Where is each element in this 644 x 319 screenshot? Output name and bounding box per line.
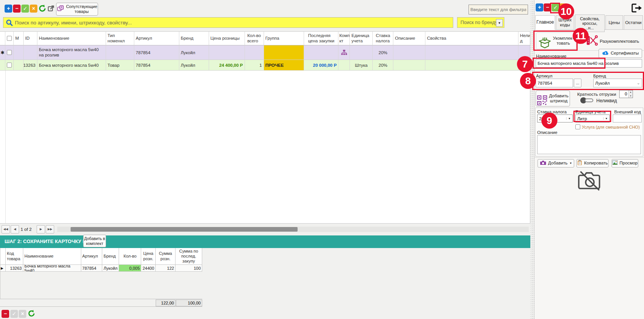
row2-id: 13263 [24, 60, 37, 71]
qr-code-icon [537, 90, 547, 106]
col-sku[interactable]: Артикул [134, 32, 179, 45]
card-add-button[interactable]: + [536, 3, 543, 11]
select-all-checkbox[interactable] [7, 36, 12, 41]
exit-icon[interactable] [631, 3, 642, 14]
step-badge-8: 8 [520, 73, 536, 89]
spin-down-icon[interactable]: ▼ [629, 94, 633, 98]
kit-remove-button[interactable]: − [2, 310, 9, 318]
sno-checkbox[interactable] [575, 124, 580, 129]
row2-qty: 1 [245, 60, 264, 71]
unit-combo[interactable]: Литр▼ [575, 114, 610, 122]
export-icon[interactable] [47, 5, 55, 14]
col-brand[interactable]: Бренд [179, 32, 209, 45]
row1-brand: Лукойл [179, 45, 209, 60]
pager-first-button[interactable]: ◀◀ [2, 225, 10, 234]
row2-sku: 787854 [134, 60, 179, 71]
chevron-down-icon[interactable]: ▼ [496, 19, 503, 27]
col-qty[interactable]: Кол-во всего [245, 32, 264, 45]
row2-name: Бочка моторного масла 5w40 [37, 60, 106, 71]
col-type[interactable]: Тип номенкл [106, 32, 134, 45]
related-products-button[interactable]: Сопутствующие товары [56, 3, 98, 16]
add-barcode-button[interactable]: Добавить штриход [536, 90, 570, 106]
row1-sku: 787854 [134, 45, 179, 60]
filter-input[interactable] [469, 5, 528, 14]
product-search-input[interactable]: Поиск по артикулу, имени, штрихкоду, сво… [3, 17, 453, 28]
photo-add-button[interactable]: Добавить ▼ [538, 159, 574, 168]
card-remove-button[interactable]: − [544, 3, 551, 11]
col-retail[interactable]: Цена розницы [209, 32, 245, 45]
pager-prev-button[interactable]: ◀ [11, 225, 19, 234]
sno-checkbox-label: Услуга (для смешанной СНО) [582, 125, 643, 129]
cancel-button[interactable]: × [30, 5, 37, 13]
multiplicity-label: Кратность отгрузки [577, 92, 616, 97]
h-scrollbar-thumb[interactable] [71, 227, 298, 232]
product-card-panel: + − ✓ × Главное Штрих коды Свойства, кро… [534, 0, 644, 319]
name-label: Наименование [536, 54, 567, 58]
kit-col-qty[interactable]: Кол-во [119, 248, 141, 265]
photo-add-label: Добавить [548, 161, 568, 166]
kit-col-sum[interactable]: Сумма розн. [156, 248, 175, 265]
kit-table-row[interactable]: ▶ 13263 Бочка моторного масла 5w40 78785… [0, 265, 202, 272]
kit-col-code[interactable]: Код товара [6, 248, 23, 265]
no-photo-icon [577, 170, 602, 193]
pager-next-button[interactable]: ▶ [37, 225, 45, 234]
add-button[interactable]: + [5, 5, 12, 13]
table-row-kit-parent[interactable]: ✱ Бочка моторного масла 5w40 на розлив 7… [0, 45, 530, 60]
name-input[interactable]: Бочка моторного масла 5w40 на розлив [536, 59, 642, 68]
photo-view-button[interactable]: Просмор [612, 159, 638, 168]
kit-col-name[interactable]: Наименование [23, 248, 81, 265]
kit-col-sum-last[interactable]: Сумма по послед. закупу [175, 248, 202, 265]
kit-col-brand[interactable]: Бренд [102, 248, 119, 265]
row1-tax: 20% [373, 45, 393, 60]
kit-hierarchy-icon [338, 45, 350, 60]
kit-refresh-icon[interactable] [27, 309, 35, 319]
table-row-product[interactable]: 13263 Бочка моторного масла 5w40 Товар 7… [0, 60, 530, 71]
col-group[interactable]: Группа [264, 32, 304, 45]
col-name[interactable]: Наименование [37, 32, 106, 45]
tab-prices[interactable]: Цены [605, 15, 623, 30]
tab-main[interactable]: Главное [535, 15, 555, 30]
row1-checkbox[interactable] [7, 50, 12, 55]
step2-bar: ШАГ 2: СОХРАНИТЕ КАРТОЧКУ КОМ... [0, 235, 530, 248]
photo-copy-button[interactable]: Копировать [576, 159, 609, 168]
col-props[interactable]: Свойства [425, 32, 518, 45]
kit-row-qty[interactable]: 0,005 [119, 265, 141, 272]
tab-stock[interactable]: Остатки [624, 15, 643, 30]
brand-label: Бренд [593, 74, 606, 78]
description-textarea[interactable] [537, 135, 641, 154]
sku-browse-button[interactable]: ... [574, 79, 581, 87]
row2-retail-price: 24 400,00 Р [209, 60, 245, 71]
assemble-button[interactable]: Укомплек- товать [536, 32, 576, 49]
refresh-icon[interactable] [38, 4, 47, 14]
brand-combo[interactable]: Лукойл ⌄ [593, 79, 642, 87]
row2-checkbox[interactable] [7, 63, 12, 68]
remove-button[interactable]: − [13, 5, 21, 13]
assemble-box-icon [539, 32, 551, 50]
confirm-button[interactable]: ✓ [21, 5, 29, 13]
chevron-down-icon: ▼ [569, 162, 572, 165]
multiplicity-stepper[interactable]: 0 ▲▼ [619, 90, 633, 98]
disassemble-button[interactable]: Разукомплектовать [586, 34, 644, 49]
h-scrollbar-track[interactable] [57, 227, 529, 232]
spin-up-icon[interactable]: ▲ [629, 90, 633, 94]
col-m[interactable]: М [14, 32, 24, 45]
col-last-purchase[interactable]: Последняя цена закупки [304, 32, 338, 45]
col-kit[interactable]: Компле кт [338, 32, 350, 45]
panel-splitter[interactable] [530, 0, 534, 319]
ext-code-input[interactable] [613, 114, 642, 122]
col-id[interactable]: ID [24, 32, 37, 45]
col-unit[interactable]: Единица учета [350, 32, 373, 45]
add-to-kit-button[interactable]: Добавить в комплект [83, 235, 106, 247]
col-tax[interactable]: Ставка налога [373, 32, 393, 45]
sku-input[interactable]: 787854 [536, 79, 573, 87]
col-illiquid[interactable]: Нели д [518, 32, 530, 45]
kit-row-name: Бочка моторного масла 5w40 [23, 265, 81, 272]
illiquid-toggle-track[interactable] [585, 98, 593, 102]
brand-search-combo[interactable]: Поиск по бренду ▼ [457, 17, 504, 28]
col-desc[interactable]: Описание [393, 32, 425, 45]
certificates-button[interactable]: Сертификаты [599, 49, 642, 58]
kit-col-price[interactable]: Цена розн. [141, 248, 156, 265]
pager-last-button[interactable]: ▶▶ [46, 225, 54, 234]
disassemble-label: Разукомплектовать [600, 39, 639, 44]
kit-col-sku[interactable]: Артикул [81, 248, 103, 265]
